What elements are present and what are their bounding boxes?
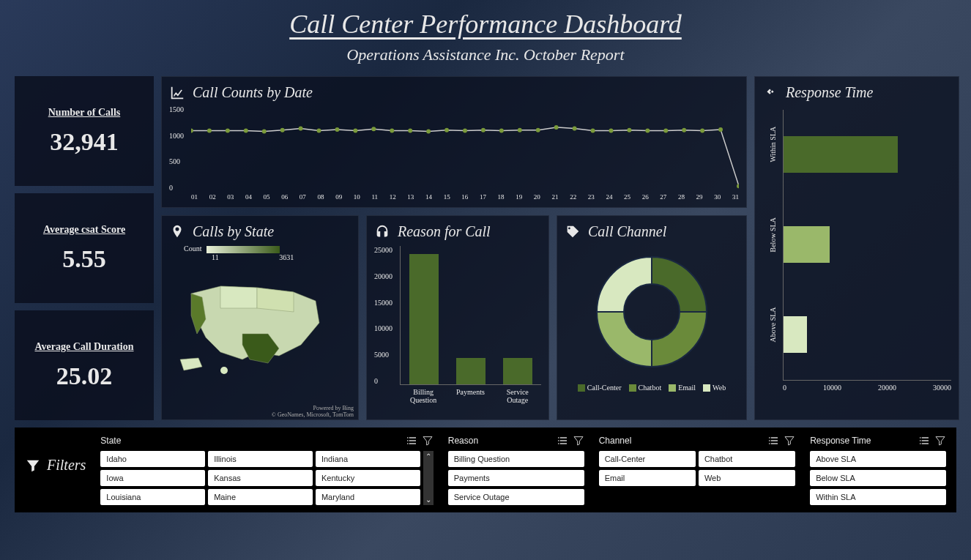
handshake-icon [762,85,778,101]
chart-title: Call Channel [588,223,666,240]
clear-filter-icon[interactable] [784,435,795,447]
svg-point-6 [299,126,303,130]
filter-chip[interactable]: Call-Center [599,451,696,467]
svg-point-13 [426,129,431,133]
filter-chip[interactable]: Maryland [316,489,420,505]
bar[interactable] [784,316,807,353]
filter-chip[interactable]: Billing Question [448,451,584,467]
call-channel-card: Call Channel Call-CenterChatbotEmailWeb [557,215,747,420]
kpi-number-of-calls: Number of Calls 32,941 [15,76,154,186]
filter-chip[interactable]: Iowa [100,470,205,486]
svg-point-21 [573,126,577,130]
filter-chip[interactable]: Kentucky [316,470,420,486]
svg-point-14 [444,128,449,132]
svg-point-1 [207,129,212,133]
filter-chip[interactable]: Below SLA [810,470,946,486]
filter-label: Reason [448,436,478,446]
svg-point-17 [499,129,504,133]
funnel-icon [25,458,41,474]
multiselect-icon[interactable] [918,435,930,447]
svg-point-3 [244,129,248,133]
svg-point-19 [536,128,540,132]
chart-title: Response Time [786,84,873,101]
filter-chip[interactable]: Chatbot [699,451,795,467]
line-chart-area[interactable]: 050010001500 [191,105,739,192]
bar[interactable] [456,358,485,384]
us-map[interactable] [169,264,345,378]
filters-title: Filters [25,457,86,474]
svg-point-25 [645,129,650,133]
filter-chip[interactable]: Illinois [208,451,313,467]
svg-point-9 [353,129,357,133]
multiselect-icon[interactable] [557,435,568,447]
legend-item: Email [669,384,696,392]
svg-point-22 [591,129,595,133]
bar[interactable] [409,254,439,384]
filter-chip[interactable]: Maine [208,489,313,505]
response-time-card: Response Time Within SLABelow SLAAbove S… [754,76,959,420]
filter-group-channel: Channel Call-CenterChatbotEmailWeb [599,435,796,486]
svg-point-30 [737,184,739,188]
map-legend: Count 11 3631 [184,244,351,261]
donut-chart[interactable] [565,246,739,378]
filter-group-response: Response Time Above SLABelow SLAWithin S… [810,435,946,505]
scroll-down-icon[interactable]: ⌄ [425,496,431,504]
reason-bar-chart[interactable]: 0500010000150002000025000 [400,246,541,385]
clear-filter-icon[interactable] [573,435,584,447]
axis-label: Above SLA [769,332,777,343]
chart-title: Reason for Call [398,223,491,240]
svg-point-10 [371,127,376,131]
multiselect-icon[interactable] [767,435,779,447]
calls-by-state-card: Calls by State Count 11 3631 Powered by … [161,215,359,420]
dashboard-header: Call Center Performance Dashboard Operat… [0,0,971,70]
legend-item: Chatbot [629,384,662,392]
page-subtitle: Operations Assistance Inc. October Repor… [0,45,971,64]
multiselect-icon[interactable] [406,435,417,447]
svg-point-5 [280,128,285,132]
filter-chip[interactable]: Kansas [208,470,313,486]
page-title: Call Center Performance Dashboard [0,9,971,40]
svg-point-2 [226,129,230,133]
bar[interactable] [784,136,898,173]
state-scrollbar[interactable]: ⌃ ⌄ [423,451,434,505]
legend-item: Web [703,384,726,392]
svg-point-18 [518,128,522,132]
bar[interactable] [784,226,830,263]
filter-chip[interactable]: Indiana [316,451,420,467]
kpi-label: Number of Calls [22,106,146,119]
svg-point-23 [609,129,614,133]
donut-legend: Call-CenterChatbotEmailWeb [565,384,739,392]
svg-point-4 [262,129,267,133]
filter-chip[interactable]: Idaho [100,451,205,467]
tag-icon [565,224,581,240]
filter-chip[interactable]: Above SLA [810,451,946,467]
reason-for-call-card: Reason for Call 050001000015000200002500… [366,215,549,420]
filter-chip[interactable]: Web [699,470,795,486]
svg-point-8 [335,127,340,132]
svg-point-31 [220,367,228,374]
kpi-label: Average Call Duration [22,340,146,354]
filter-group-state: State IdahoIllinoisIndianaIowaKansasKent… [100,435,433,505]
response-bar-chart[interactable]: Within SLABelow SLAAbove SLA [783,110,951,381]
scroll-up-icon[interactable]: ⌃ [425,452,431,460]
svg-point-7 [317,129,321,133]
svg-point-26 [663,129,668,133]
axis-label: Below SLA [769,242,777,253]
filter-chip[interactable]: Email [599,470,696,486]
bar[interactable] [503,358,532,384]
svg-point-27 [682,128,686,132]
axis-label: Within SLA [769,152,777,163]
svg-point-20 [554,125,559,130]
filter-label: Response Time [810,436,871,446]
filter-chip[interactable]: Within SLA [810,489,946,505]
kpi-value: 5.55 [22,245,146,273]
map-attribution: Powered by Bing © GeoNames, Microsoft, T… [272,405,354,418]
clear-filter-icon[interactable] [422,435,434,447]
filter-chip[interactable]: Service Outage [448,489,584,505]
filter-chip[interactable]: Payments [448,470,584,486]
filter-label: State [100,436,121,446]
legend-item: Call-Center [578,384,622,392]
kpi-value: 25.02 [22,362,146,390]
filter-chip[interactable]: Louisiana [100,489,205,505]
clear-filter-icon[interactable] [934,435,946,447]
